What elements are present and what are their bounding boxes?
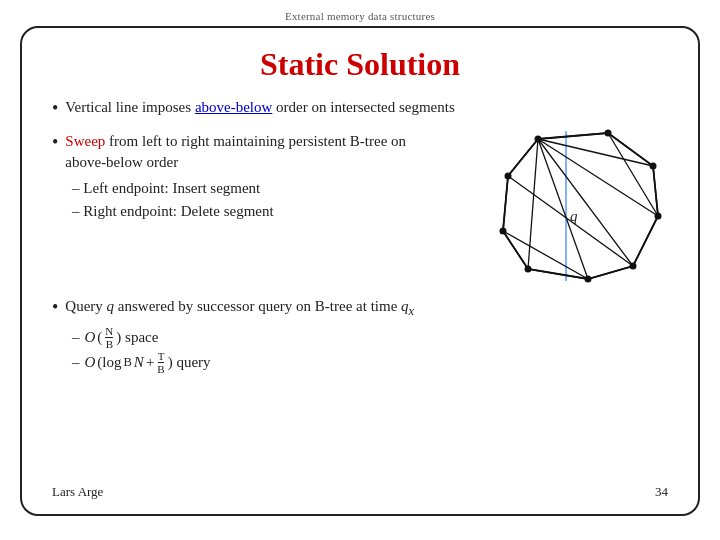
svg-line-10	[508, 139, 538, 176]
bullet-dot-1: •	[52, 96, 58, 121]
query-q: q	[107, 298, 115, 314]
frac-NB: NB	[105, 325, 113, 350]
svg-text:q: q	[570, 208, 578, 224]
bullet-2-sub2: – Right endpoint: Delete segment	[52, 200, 438, 223]
bullet-1-before: Vertical line imposes	[65, 99, 195, 115]
bullet-3-text: Query q answered by successor query on B…	[65, 296, 414, 321]
svg-line-6	[588, 266, 633, 279]
above-below-link: above-below	[195, 99, 272, 115]
svg-line-5	[633, 216, 658, 266]
bullet-2: • Sweep from left to right maintaining p…	[52, 131, 438, 173]
footer-page: 34	[655, 484, 668, 500]
svg-line-8	[503, 231, 528, 269]
footer-author: Lars Arge	[52, 484, 103, 500]
svg-point-23	[630, 263, 637, 270]
slide-footer: Lars Arge 34	[52, 484, 668, 500]
svg-line-12	[538, 139, 658, 216]
math-o1: O	[85, 325, 96, 351]
bullet-dot-2: •	[52, 130, 58, 155]
svg-point-19	[535, 136, 542, 143]
svg-line-2	[538, 133, 608, 139]
svg-point-22	[655, 213, 662, 220]
bullet-3-sub1: – O(NB) space	[52, 325, 668, 351]
bullet-dot-3: •	[52, 295, 58, 320]
sweep-word: Sweep	[65, 133, 105, 149]
slide-container: Static Solution • Vertical line imposes …	[20, 26, 700, 516]
diagram-svg: q	[448, 121, 668, 286]
bullet-2-sub1: – Left endpoint: Insert segment	[52, 177, 438, 200]
math-N: N	[134, 350, 144, 376]
slide-title: Static Solution	[52, 46, 668, 83]
diagram: q	[448, 121, 668, 286]
query-qx: qx	[401, 298, 414, 314]
svg-point-24	[585, 276, 592, 283]
bullet-1: • Vertical line imposes above-below orde…	[52, 97, 668, 121]
svg-point-25	[525, 266, 532, 273]
bullet-3: • Query q answered by successor query on…	[52, 296, 668, 321]
bullet-1-text: Vertical line imposes above-below order …	[65, 97, 454, 118]
bullet-3-sub2: – O(logB N + TB) query	[52, 350, 668, 376]
svg-line-9	[503, 176, 508, 231]
svg-point-27	[505, 173, 512, 180]
bullet-2-section: • Sweep from left to right maintaining p…	[52, 131, 668, 286]
svg-line-14	[538, 139, 588, 279]
math-o2: O	[85, 350, 96, 376]
svg-line-16	[608, 133, 658, 216]
bullet-2-text: Sweep from left to right maintaining per…	[65, 131, 438, 173]
bullet-2-text-area: • Sweep from left to right maintaining p…	[52, 131, 438, 222]
content-area: • Vertical line imposes above-below orde…	[52, 97, 668, 500]
svg-point-26	[500, 228, 507, 235]
frac-TB: TB	[157, 350, 164, 375]
slide-subtitle: External memory data structures	[285, 10, 435, 22]
bullet-2-main: from left to right maintaining persisten…	[65, 133, 406, 170]
bullet-1-after: order on intersected segments	[272, 99, 454, 115]
svg-point-21	[650, 163, 657, 170]
svg-point-20	[605, 130, 612, 137]
